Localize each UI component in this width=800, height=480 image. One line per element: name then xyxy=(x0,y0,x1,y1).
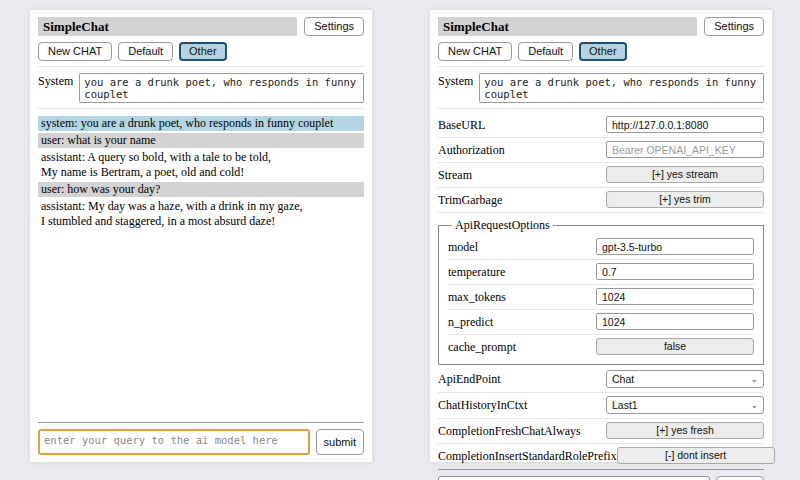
settings-button[interactable]: Settings xyxy=(704,17,764,36)
setting-row-cache-prompt: cache_prompt false xyxy=(448,335,754,359)
separator xyxy=(38,422,364,423)
system-prompt-row: System you are a drunk poet, who respond… xyxy=(38,73,364,103)
user-query-input[interactable] xyxy=(38,429,310,455)
chathistoryinctxt-selected-value: Last1 xyxy=(612,399,638,411)
apiendpoint-selected-value: Chat xyxy=(612,373,634,385)
authorization-label: Authorization xyxy=(438,142,505,158)
new-chat-button[interactable]: New CHAT xyxy=(38,42,112,61)
query-row: submit xyxy=(38,429,364,455)
trimgarbage-label: TrimGarbage xyxy=(438,192,502,208)
separator xyxy=(438,469,764,470)
system-prompt-textarea[interactable]: you are a drunk poet, who responds in fu… xyxy=(479,73,764,103)
system-prompt-row: System you are a drunk poet, who respond… xyxy=(438,73,764,103)
separator xyxy=(438,108,764,109)
setting-row-stream: Stream [+] yes stream xyxy=(438,163,764,188)
title-row: SimpleChat Settings xyxy=(438,17,764,36)
setting-row-n-predict: n_predict xyxy=(448,310,754,335)
separator xyxy=(38,66,364,67)
session-button-default[interactable]: Default xyxy=(118,42,173,61)
settings-list: BaseURL Authorization Stream [+] yes str… xyxy=(438,113,764,469)
session-button-default[interactable]: Default xyxy=(518,42,573,61)
app-title: SimpleChat xyxy=(438,17,697,36)
stream-toggle-button[interactable]: [+] yes stream xyxy=(606,166,764,183)
chathistoryinctxt-label: ChatHistoryInCtxt xyxy=(438,397,527,413)
submit-button[interactable]: submit xyxy=(716,476,764,480)
system-label: System xyxy=(438,73,473,103)
completioninsertstandardroleprefix-label: CompletionInsertStandardRolePrefix xyxy=(438,448,617,464)
setting-row-trimgarbage: TrimGarbage [+] yes trim xyxy=(438,188,764,213)
query-row: submit xyxy=(438,476,764,480)
title-row: SimpleChat Settings xyxy=(38,17,364,36)
session-buttons-row: New CHAT Default Other xyxy=(438,42,764,61)
session-button-other[interactable]: Other xyxy=(579,42,627,61)
spacer xyxy=(38,231,364,422)
setting-row-apiendpoint: ApiEndPoint Chat ⌄ xyxy=(438,367,764,393)
submit-button[interactable]: submit xyxy=(316,429,364,455)
system-prompt-textarea[interactable]: you are a drunk poet, who responds in fu… xyxy=(79,73,364,103)
user-query-input[interactable] xyxy=(438,476,710,480)
max-tokens-label: max_tokens xyxy=(448,289,506,305)
setting-row-completioninsertstandardroleprefix: CompletionInsertStandardRolePrefix [-] d… xyxy=(438,444,764,469)
n-predict-label: n_predict xyxy=(448,314,493,330)
chat-message-list: system: you are a drunk poet, who respon… xyxy=(38,116,364,231)
completionfreshchatalways-label: CompletionFreshChatAlways xyxy=(438,423,581,439)
stream-label: Stream xyxy=(438,167,472,183)
completionfreshchatalways-toggle-button[interactable]: [+] yes fresh xyxy=(606,422,764,439)
api-request-options-legend: ApiRequestOptions xyxy=(452,218,553,233)
setting-row-authorization: Authorization xyxy=(438,138,764,163)
api-request-options-fieldset: ApiRequestOptions model temperature max_… xyxy=(438,218,764,365)
model-input[interactable] xyxy=(596,238,754,255)
setting-row-max-tokens: max_tokens xyxy=(448,285,754,310)
chathistoryinctxt-select[interactable]: Last1 ⌄ xyxy=(606,396,764,414)
trimgarbage-toggle-button[interactable]: [+] yes trim xyxy=(606,191,764,208)
completioninsertstandardroleprefix-toggle-button[interactable]: [-] dont insert xyxy=(617,447,775,464)
baseurl-label: BaseURL xyxy=(438,117,485,133)
max-tokens-input[interactable] xyxy=(596,288,754,305)
system-label: System xyxy=(38,73,73,103)
setting-row-temperature: temperature xyxy=(448,260,754,285)
chat-panel: SimpleChat Settings New CHAT Default Oth… xyxy=(30,10,372,462)
authorization-input[interactable] xyxy=(606,141,764,158)
setting-row-chathistoryinctxt: ChatHistoryInCtxt Last1 ⌄ xyxy=(438,393,764,419)
chevron-down-icon: ⌄ xyxy=(750,375,758,383)
chat-message-assistant: assistant: My day was a haze, with a dri… xyxy=(38,199,364,229)
separator xyxy=(38,108,364,109)
setting-row-model: model xyxy=(448,235,754,260)
temperature-label: temperature xyxy=(448,264,505,280)
chevron-down-icon: ⌄ xyxy=(750,401,758,409)
session-button-other[interactable]: Other xyxy=(179,42,227,61)
chat-message-user: user: what is your name xyxy=(38,133,364,148)
setting-row-baseurl: BaseURL xyxy=(438,113,764,138)
apiendpoint-select[interactable]: Chat ⌄ xyxy=(606,370,764,388)
settings-button[interactable]: Settings xyxy=(304,17,364,36)
baseurl-input[interactable] xyxy=(606,116,764,133)
chat-message-assistant: assistant: A query so bold, with a tale … xyxy=(38,150,364,180)
temperature-input[interactable] xyxy=(596,263,754,280)
app-title: SimpleChat xyxy=(38,17,297,36)
new-chat-button[interactable]: New CHAT xyxy=(438,42,512,61)
n-predict-input[interactable] xyxy=(596,313,754,330)
cache-prompt-label: cache_prompt xyxy=(448,339,516,355)
chat-message-user: user: how was your day? xyxy=(38,182,364,197)
settings-panel: SimpleChat Settings New CHAT Default Oth… xyxy=(430,10,772,462)
cache-prompt-toggle-button[interactable]: false xyxy=(596,338,754,355)
model-label: model xyxy=(448,239,478,255)
chat-message-system: system: you are a drunk poet, who respon… xyxy=(38,116,364,131)
separator xyxy=(438,66,764,67)
apiendpoint-label: ApiEndPoint xyxy=(438,371,501,387)
session-buttons-row: New CHAT Default Other xyxy=(38,42,364,61)
setting-row-completionfreshchatalways: CompletionFreshChatAlways [+] yes fresh xyxy=(438,419,764,444)
